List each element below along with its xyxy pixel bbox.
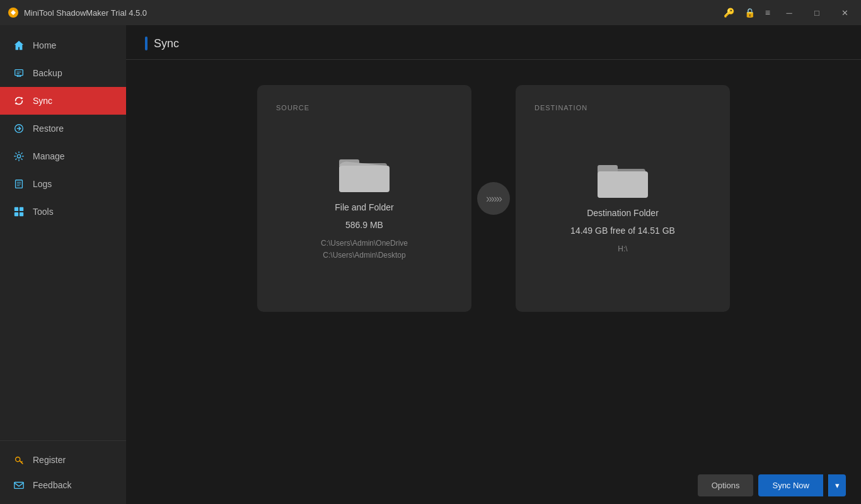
svg-point-3 bbox=[17, 154, 20, 158]
svg-rect-16 bbox=[598, 171, 648, 198]
source-paths: C:\Users\Admin\OneDrive C:\Users\Admin\D… bbox=[321, 238, 408, 261]
sync-now-button[interactable]: Sync Now bbox=[758, 474, 823, 496]
source-card[interactable]: SOURCE File and Folder 586.9 MB bbox=[257, 85, 471, 312]
feedback-button[interactable]: Feedback bbox=[0, 472, 126, 498]
manage-icon bbox=[13, 150, 25, 163]
logs-icon bbox=[13, 178, 25, 190]
maximize-button[interactable]: □ bbox=[808, 4, 826, 21]
app-logo-icon bbox=[8, 7, 19, 18]
title-bar-left: MiniTool ShadowMaker Trial 4.5.0 bbox=[8, 7, 147, 18]
sidebar-item-tools-label: Tools bbox=[33, 207, 54, 217]
sidebar-item-backup[interactable]: Backup bbox=[0, 59, 126, 87]
register-label: Register bbox=[33, 455, 66, 465]
sidebar-item-sync[interactable]: Sync bbox=[0, 87, 126, 115]
svg-rect-7 bbox=[14, 212, 18, 216]
key-icon[interactable]: 🔑 bbox=[724, 8, 734, 18]
sidebar-item-manage[interactable]: Manage bbox=[0, 142, 126, 170]
sidebar-item-restore-label: Restore bbox=[33, 123, 64, 134]
sync-now-dropdown-button[interactable]: ▾ bbox=[828, 474, 846, 496]
page-title: Sync bbox=[154, 37, 179, 50]
sidebar-item-restore[interactable]: Restore bbox=[0, 115, 126, 142]
sync-area: SOURCE File and Folder 586.9 MB bbox=[126, 60, 861, 467]
destination-type-label: Destination Folder bbox=[587, 208, 659, 218]
svg-rect-6 bbox=[20, 207, 23, 211]
source-inner: File and Folder 586.9 MB C:\Users\Admin\… bbox=[321, 123, 408, 293]
destination-free-space: 14.49 GB free of 14.51 GB bbox=[570, 226, 675, 236]
main-content: Sync SOURCE bbox=[126, 25, 861, 504]
source-type-label: File and Folder bbox=[335, 202, 393, 212]
app-body: Home Backup Sync bbox=[0, 25, 861, 504]
svg-rect-1 bbox=[15, 70, 23, 76]
sidebar-item-home-label: Home bbox=[33, 40, 56, 50]
svg-rect-10 bbox=[14, 483, 23, 489]
svg-rect-8 bbox=[20, 212, 23, 216]
svg-rect-13 bbox=[339, 166, 390, 192]
mail-icon bbox=[13, 479, 25, 491]
backup-icon bbox=[13, 67, 25, 79]
sync-icon bbox=[13, 94, 25, 107]
svg-rect-5 bbox=[14, 207, 18, 211]
restore-icon bbox=[13, 122, 25, 135]
sidebar-item-tools[interactable]: Tools bbox=[0, 198, 126, 226]
nav-items: Home Backup Sync bbox=[0, 25, 126, 440]
source-size: 586.9 MB bbox=[345, 220, 383, 230]
destination-inner: Destination Folder 14.49 GB free of 14.5… bbox=[570, 123, 675, 293]
sidebar-item-backup-label: Backup bbox=[33, 68, 62, 78]
app-title: MiniTool ShadowMaker Trial 4.5.0 bbox=[24, 8, 147, 18]
feedback-label: Feedback bbox=[33, 480, 71, 490]
sidebar-item-home[interactable]: Home bbox=[0, 32, 126, 59]
sidebar-item-logs[interactable]: Logs bbox=[0, 170, 126, 198]
arrow-circle-icon: »»» bbox=[477, 182, 510, 215]
tools-icon bbox=[13, 205, 25, 218]
options-button[interactable]: Options bbox=[698, 474, 754, 496]
destination-card[interactable]: DESTINATION Destination Folder 14.49 GB … bbox=[516, 85, 730, 312]
source-folder-icon bbox=[339, 154, 390, 195]
close-button[interactable]: ✕ bbox=[836, 4, 853, 21]
destination-label: DESTINATION bbox=[535, 104, 587, 112]
destination-path: H:\ bbox=[618, 243, 627, 255]
sidebar-item-sync-label: Sync bbox=[33, 96, 52, 106]
title-bar: MiniTool ShadowMaker Trial 4.5.0 🔑 🔒 ≡ ─… bbox=[0, 0, 861, 25]
sync-arrow: »»» bbox=[471, 85, 516, 312]
title-bar-controls: 🔑 🔒 ≡ ─ □ ✕ bbox=[724, 4, 853, 21]
sidebar-bottom: Register Feedback bbox=[0, 440, 126, 504]
minimize-button[interactable]: ─ bbox=[780, 4, 798, 21]
page-header: Sync bbox=[126, 25, 861, 60]
sidebar-item-logs-label: Logs bbox=[33, 179, 52, 189]
bottom-bar: Options Sync Now ▾ bbox=[126, 467, 861, 504]
key-sidebar-icon bbox=[13, 454, 25, 466]
sidebar: Home Backup Sync bbox=[0, 25, 126, 504]
menu-icon[interactable]: ≡ bbox=[765, 8, 770, 18]
destination-folder-icon bbox=[598, 160, 648, 200]
sidebar-item-manage-label: Manage bbox=[33, 151, 65, 161]
register-button[interactable]: Register bbox=[0, 447, 126, 472]
header-accent bbox=[145, 37, 147, 50]
source-label: SOURCE bbox=[276, 104, 309, 112]
lock-icon[interactable]: 🔒 bbox=[744, 8, 755, 18]
home-icon bbox=[13, 39, 25, 52]
